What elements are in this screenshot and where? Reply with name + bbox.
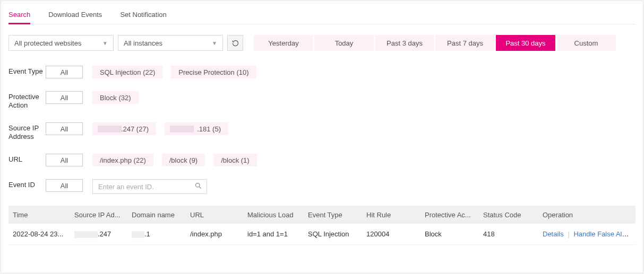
redacted-ip [98, 126, 122, 132]
col-type: Event Type [304, 211, 362, 219]
chip-url-index[interactable]: /index.php (22) [92, 154, 153, 166]
chip-block[interactable]: Block (32) [92, 91, 139, 104]
col-rule: Hit Rule [362, 211, 420, 219]
search-icon[interactable] [194, 182, 202, 191]
facet-url: URL All /index.php (22) /block (9) /bloc… [8, 154, 636, 166]
svg-point-0 [196, 183, 200, 188]
instances-select-label: All instances [124, 39, 162, 47]
cell-type: SQL Injection [304, 230, 362, 238]
col-status: Status Code [479, 211, 538, 219]
refresh-icon [231, 39, 239, 47]
time-chip-past7[interactable]: Past 7 days [435, 35, 495, 51]
redacted-domain [132, 231, 144, 238]
chip-sql-injection[interactable]: SQL Injection (22) [92, 66, 162, 78]
cell-url: /index.php [186, 230, 243, 238]
col-op: Operation [538, 211, 636, 219]
tab-search[interactable]: Search [8, 7, 30, 24]
facet-label: URL [8, 154, 46, 164]
facet-label: Protective Action [8, 91, 46, 110]
filter-row: All protected websites ▼ All instances ▼… [8, 35, 636, 51]
events-panel: Search Download Events Set Notification … [1, 1, 643, 273]
facet-label: Event Type [8, 66, 46, 76]
chip-text: .181 (5) [197, 125, 221, 133]
cell-rule: 120004 [362, 230, 420, 238]
cell-domain: .1 [127, 230, 186, 238]
event-id-input-wrapper [92, 179, 207, 194]
table-header: Time Source IP Ad... Domain name URL Mal… [8, 206, 636, 224]
facet-chips: Block (32) [92, 91, 139, 104]
event-id-input[interactable] [98, 183, 191, 191]
svg-line-1 [199, 187, 201, 188]
facet-all-button[interactable]: All [46, 91, 83, 104]
redacted-ip [74, 231, 98, 238]
chip-ip-181[interactable]: .181 (5) [165, 122, 228, 135]
websites-select-label: All protected websites [14, 39, 81, 47]
table-row: 2022-08-24 23... .247 .1 /index.php id=1… [8, 224, 636, 245]
separator: | [568, 230, 569, 238]
facet-all-button[interactable]: All [46, 122, 83, 135]
cell-load: id=1 and 1=1 [243, 230, 304, 238]
col-url: URL [186, 211, 243, 219]
time-chip-past30[interactable]: Past 30 days [496, 35, 555, 51]
cell-src-suffix: .247 [98, 230, 111, 238]
time-chip-custom[interactable]: Custom [556, 35, 616, 51]
facet-chips: .247 (27) .181 (5) [92, 122, 228, 135]
facet-label: Source IP Address [8, 122, 46, 141]
cell-op: Details | Handle False Alarm [538, 230, 636, 238]
facet-event-type: Event Type All SQL Injection (22) Precis… [8, 66, 636, 78]
tab-download[interactable]: Download Events [48, 7, 102, 24]
col-src: Source IP Ad... [70, 211, 127, 219]
chevron-down-icon: ▼ [212, 40, 217, 46]
facet-protective-action: Protective Action All Block (32) [8, 91, 636, 110]
cell-time: 2022-08-24 23... [8, 230, 70, 238]
col-load: Malicious Load [243, 211, 304, 219]
details-link[interactable]: Details [543, 230, 564, 238]
handle-false-alarm-link[interactable]: Handle False Alarm [573, 230, 633, 238]
cell-src: .247 [70, 230, 127, 238]
tab-notify[interactable]: Set Notification [120, 7, 166, 24]
chip-ip-247[interactable]: .247 (27) [92, 122, 156, 135]
col-time: Time [8, 211, 70, 219]
facet-chips: SQL Injection (22) Precise Protection (1… [92, 66, 256, 78]
facet-all-button[interactable]: All [46, 179, 83, 192]
chip-precise-protection[interactable]: Precise Protection (10) [171, 66, 256, 78]
time-chip-past3[interactable]: Past 3 days [375, 35, 434, 51]
refresh-button[interactable] [227, 35, 243, 51]
cell-domain-suffix: .1 [144, 230, 150, 238]
facet-all-button[interactable]: All [46, 154, 83, 166]
cell-action: Block [420, 230, 479, 238]
chip-url-block1[interactable]: /block (1) [213, 154, 256, 166]
redacted-ip [170, 126, 194, 132]
col-domain: Domain name [127, 211, 186, 219]
instances-select[interactable]: All instances ▼ [118, 35, 223, 51]
events-table: Time Source IP Ad... Domain name URL Mal… [8, 206, 636, 245]
tab-bar: Search Download Events Set Notification [8, 7, 636, 24]
chip-url-block9[interactable]: /block (9) [162, 154, 205, 166]
facet-label: Event ID [8, 179, 46, 189]
col-action: Protective Ac... [420, 211, 479, 219]
websites-select[interactable]: All protected websites ▼ [8, 35, 114, 51]
cell-status: 418 [479, 230, 538, 238]
time-chip-yesterday[interactable]: Yesterday [254, 35, 313, 51]
facet-chips: /index.php (22) /block (9) /block (1) [92, 154, 257, 166]
chevron-down-icon: ▼ [102, 40, 108, 46]
time-chip-today[interactable]: Today [314, 35, 374, 51]
time-range-group: Yesterday Today Past 3 days Past 7 days … [254, 35, 617, 51]
facet-event-id: Event ID All [8, 179, 636, 194]
facet-source-ip: Source IP Address All .247 (27) .181 (5) [8, 122, 636, 141]
facet-all-button[interactable]: All [46, 66, 83, 78]
chip-text: .247 (27) [121, 125, 149, 133]
